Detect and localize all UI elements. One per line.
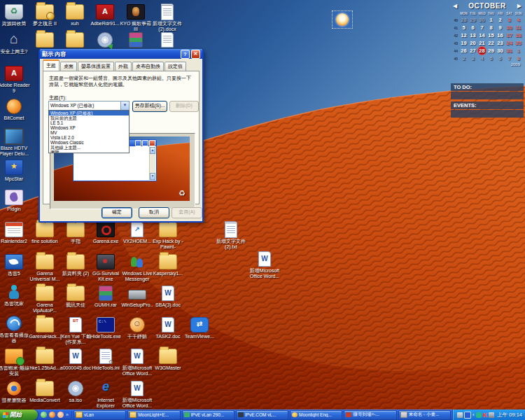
desktop-icon[interactable] xyxy=(89,31,121,49)
desktop-icon[interactable]: KYO 瘋歌爭霸III xyxy=(120,4,152,32)
calendar-next-arrow[interactable]: ▶ xyxy=(517,3,522,9)
desktop-icon[interactable]: 新增Microsoft Office Word... xyxy=(248,251,281,279)
desktop-icon[interactable]: HideTools.exe xyxy=(90,316,122,340)
desktop-icon[interactable]: 新增Microsoft Office Word... xyxy=(121,380,153,409)
desktop-icon[interactable]: 新增文字文件 (2).docx xyxy=(151,4,183,32)
desktop-icon[interactable]: Internet Explorer xyxy=(90,380,122,409)
desktop-icon[interactable]: TeamViewe... xyxy=(183,316,216,340)
w-folder-icon xyxy=(76,412,83,418)
desktop-icon[interactable] xyxy=(151,31,183,49)
tab-桌布自動換[interactable]: 桌布自動換 xyxy=(132,62,164,71)
desktop-icon[interactable]: 新資料夾 (2) xyxy=(59,253,92,276)
desktop-icon[interactable]: TASK2.doc xyxy=(152,316,184,340)
desktop-icon[interactable]: MediaConvert xyxy=(29,380,61,403)
theme-dropdown-item[interactable]: LE 5.1 xyxy=(49,120,129,125)
desktop-icon[interactable] xyxy=(120,31,152,49)
desktop-icon[interactable]: Exp Hack by -Pawnt- xyxy=(152,221,184,250)
close-icon[interactable]: ✕ xyxy=(191,50,200,59)
desktop-icon-label: HideTools.exe xyxy=(90,334,122,340)
desktop-icon[interactable]: Windows Live Messenger xyxy=(121,253,153,282)
desktop-icon[interactable]: VX2HOEM... xyxy=(121,221,153,244)
desktop-icon[interactable]: Blaze HDTV Player Delu... xyxy=(0,128,30,157)
desktop-icon[interactable]: GarenaHack... xyxy=(29,316,61,340)
desktop-icon[interactable]: 手指 xyxy=(59,221,92,244)
desktop-icon[interactable]: HideTools.ini xyxy=(90,348,122,371)
taskbar-window-button[interactable]: MoonLight+E... xyxy=(127,410,180,420)
desktop-icon[interactable]: 資源回收筒 xyxy=(0,4,30,27)
desktop-icon[interactable]: W3GMaster xyxy=(152,348,184,371)
desktop-icon[interactable] xyxy=(59,31,91,49)
ini-icon xyxy=(99,349,112,364)
desktop-icon[interactable]: Pidgin xyxy=(0,189,30,212)
theme-dropdown-item[interactable]: Windows XP (已修改) xyxy=(49,111,129,115)
desktop-icon[interactable]: 安全上网主? xyxy=(0,31,30,55)
desktop-icon[interactable]: 千千靜聽 xyxy=(121,316,153,340)
theme-dropdown-item[interactable]: MV xyxy=(49,130,129,135)
taskbar-window-button[interactable]: IPvE.COM vL... xyxy=(236,410,288,420)
desktop-icon[interactable]: 迅雷蝦米·離線 安裝 xyxy=(0,348,30,377)
taskbar-window-button[interactable]: IPvE vLan 290... xyxy=(182,410,234,420)
save-as-button[interactable]: 另存新檔(S)... xyxy=(132,101,167,112)
desktop-icon[interactable]: 彗星瀏覽器 xyxy=(0,380,30,403)
kaspersky-icon[interactable]: K xyxy=(483,412,488,418)
network-icon[interactable] xyxy=(489,412,494,418)
desktop-icon[interactable]: 新增文字文件 (2).txt xyxy=(215,221,247,250)
desktop-icon[interactable]: sa.iso xyxy=(59,380,92,403)
desktop-icon[interactable]: [Ken Yue 下載 (作業系... xyxy=(59,316,92,345)
desktop-icon[interactable]: Garena.exe xyxy=(90,221,122,244)
desktop-icon[interactable]: xuh xyxy=(59,4,91,27)
desktop-icon[interactable]: GG-Survival Kit.exe xyxy=(90,253,122,282)
quick-launch-green-icon[interactable] xyxy=(41,412,47,418)
ok-button[interactable]: 確定 xyxy=(102,207,132,218)
tab-主題[interactable]: 主題 xyxy=(43,59,59,71)
desktop-icon[interactable]: 夢之瑰意 II xyxy=(29,4,61,27)
help-button[interactable]: ? xyxy=(181,50,190,59)
desktop-icon[interactable]: 新增Microsoft Office Word... xyxy=(121,348,153,377)
theme-dropdown-item[interactable]: 瀏覽... xyxy=(49,150,129,153)
taskbar-window-button[interactable]: 未命名 - 小畫... xyxy=(398,410,451,420)
desktop-icon[interactable]: 迅雷5 xyxy=(0,253,30,276)
desktop-icon[interactable]: WinSetupPro... xyxy=(121,285,153,314)
quick-launch-browser-icon[interactable] xyxy=(49,412,55,418)
desktop-icon[interactable]: GUMH.rar xyxy=(90,285,122,308)
dialog-titlebar[interactable]: 顯示 內容 ? ✕ xyxy=(40,49,202,59)
desktop-icon[interactable]: 迅雷玩家 xyxy=(0,284,30,307)
start-button[interactable]: 開始 xyxy=(0,410,38,420)
desktop-icon[interactable] xyxy=(326,11,358,29)
hidden-icons-chevron[interactable]: ‹ xyxy=(472,412,475,418)
theme-dropdown-item[interactable]: Windows Classic xyxy=(49,140,129,145)
desktop-icon[interactable]: BitComet xyxy=(0,98,30,121)
tab-桌面[interactable]: 桌面 xyxy=(60,62,77,71)
desktop-icon[interactable]: Garena Universal M... xyxy=(29,253,61,282)
theme-dropdown-item[interactable]: Vista LE 2.0 xyxy=(49,135,129,140)
desktop-icon[interactable]: 騰訊天使 xyxy=(59,285,92,308)
cancel-button[interactable]: 取消 xyxy=(139,207,169,218)
tab-螢幕保護裝置[interactable]: 螢幕保護裝置 xyxy=(78,62,114,71)
theme-dropdown-item[interactable]: 其他線上主題... xyxy=(49,145,129,150)
printer-icon[interactable] xyxy=(457,412,463,418)
desktop-icon[interactable]: SBA(3).doc xyxy=(152,285,184,308)
desktop-icon[interactable]: 迅雷看看播放器 xyxy=(0,315,30,344)
desktop-icon[interactable]: a0000045.doc xyxy=(59,348,92,371)
taskbar-window-button[interactable]: vLan xyxy=(74,410,126,420)
quick-launch-overflow-chevron[interactable]: » xyxy=(66,412,69,417)
quick-launch-face-icon[interactable] xyxy=(57,412,64,418)
taskbar-window-button[interactable]: 賺哥到場=-... xyxy=(344,410,396,420)
ttplayer-icon xyxy=(130,317,145,332)
desktop-icon[interactable]: Adobe Reader 9 xyxy=(0,65,30,94)
language-bar-icon[interactable] xyxy=(464,412,471,419)
desktop-icon[interactable]: Kaspersky1... xyxy=(152,253,184,276)
desktop-icon[interactable]: AdbeRdr91... xyxy=(89,4,121,27)
green-app-icon[interactable] xyxy=(476,412,482,418)
theme-dropdown-item[interactable]: 我目前的主題 xyxy=(49,115,129,120)
desktop-icon[interactable]: MpcStar xyxy=(0,159,30,182)
desktop-icon[interactable]: Rainlendar2 xyxy=(0,221,30,244)
desktop-icon[interactable]: Garena VipAutoP... xyxy=(29,285,61,314)
tab-設定值[interactable]: 設定值 xyxy=(164,62,186,71)
theme-dropdown-item[interactable]: Windows XP xyxy=(49,125,129,130)
desktop-icon[interactable]: fine solution xyxy=(29,221,61,244)
tab-外觀[interactable]: 外觀 xyxy=(115,62,132,71)
desktop-icon[interactable]: hke1.25bAd... xyxy=(29,348,61,371)
calendar-prev-arrow[interactable]: ◀ xyxy=(453,3,457,9)
taskbar-window-button[interactable]: Moonlight Eng... xyxy=(290,410,342,420)
